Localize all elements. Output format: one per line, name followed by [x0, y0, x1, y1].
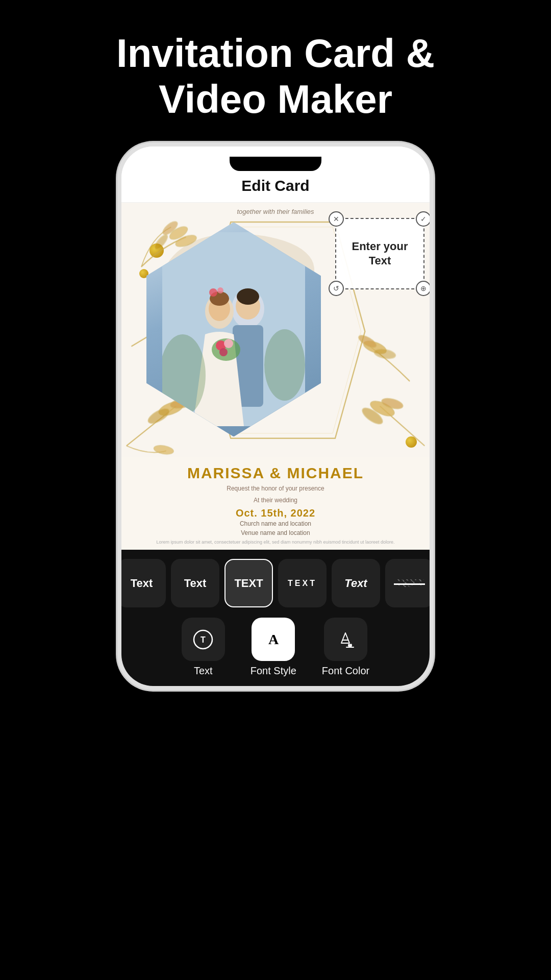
gold-dot-3	[406, 436, 417, 448]
svg-point-13	[373, 348, 396, 360]
svg-point-15	[381, 397, 404, 411]
card-location1: Church name and location	[132, 519, 419, 528]
wedding-text: At their wedding	[132, 496, 419, 505]
font-color-action[interactable]: Font Color	[322, 618, 369, 677]
svg-point-14	[368, 398, 396, 419]
overlay-icon-tr[interactable]: ✓	[416, 211, 430, 227]
svg-point-31	[224, 339, 233, 348]
text-action-label: Text	[194, 665, 213, 677]
photo-frame	[137, 222, 331, 436]
text-style-btn-2[interactable]: Text	[171, 559, 219, 607]
font-style-action-label: Font Style	[251, 665, 296, 677]
bottom-actions-row: T Text A Font Style	[121, 615, 430, 682]
font-color-action-btn[interactable]	[324, 618, 367, 661]
card-top-text: together with their families	[121, 208, 430, 215]
card-location2: Venue name and location	[132, 528, 419, 537]
card-date: Oct. 15th, 2022	[132, 507, 419, 519]
text-style-btn-3[interactable]: TEXT	[224, 559, 273, 607]
text-action-btn[interactable]: T	[182, 618, 225, 661]
text-style-label-1: Text	[131, 577, 153, 590]
font-color-icon	[335, 629, 357, 650]
text-style-btn-5[interactable]: Text	[332, 559, 380, 607]
text-style-label-5: Text	[344, 577, 367, 590]
font-color-action-label: Font Color	[322, 665, 369, 677]
bottom-toolbar: Text Text TEXT TEXT Text TEXT	[121, 550, 430, 686]
overlay-icon-bl[interactable]: ↺	[329, 281, 344, 296]
svg-text:T: T	[201, 635, 206, 644]
phone-header: Edit Card	[121, 146, 430, 203]
text-style-label-6: TEXT	[395, 577, 423, 590]
couple-illustration	[162, 232, 305, 426]
text-style-btn-6[interactable]: TEXT	[385, 559, 434, 607]
phone-notch	[230, 157, 321, 171]
svg-point-23	[237, 288, 259, 305]
svg-point-32	[219, 348, 228, 356]
screen-title: Edit Card	[137, 177, 414, 194]
font-style-icon: A	[263, 629, 284, 650]
svg-text:A: A	[268, 631, 279, 647]
text-style-btn-4[interactable]: TEXT	[278, 559, 327, 607]
card-lorem: Lorem ipsum dolor sit amet, consectetuer…	[132, 540, 419, 545]
text-overlay-box[interactable]: ✕ ✓ ↺ ⊕ Enter your Text	[335, 218, 424, 289]
text-style-label-2: Text	[184, 577, 207, 590]
text-style-btn-1[interactable]: Text	[117, 559, 166, 607]
request-text: Request the honor of your presence	[132, 484, 419, 494]
svg-point-10	[153, 444, 174, 455]
svg-point-28	[217, 287, 223, 293]
text-overlay-content: Enter your Text	[352, 239, 408, 268]
text-style-label-4: TEXT	[288, 579, 317, 588]
overlay-icon-br[interactable]: ⊕	[416, 281, 430, 296]
couple-names: MARISSA & MICHAEL	[132, 464, 419, 482]
svg-point-12	[357, 333, 378, 350]
svg-point-27	[209, 288, 217, 297]
text-action[interactable]: T Text	[182, 618, 225, 677]
svg-point-16	[360, 405, 385, 427]
card-canvas[interactable]: together with their families	[121, 203, 430, 550]
phone-frame: Edit Card together with their families	[117, 142, 434, 690]
svg-point-34	[264, 329, 305, 401]
text-icon: T	[192, 629, 214, 650]
text-style-label-3: TEXT	[234, 577, 263, 590]
app-title: Invitation Card &Video Maker	[0, 0, 551, 142]
font-style-action[interactable]: A Font Style	[251, 618, 296, 677]
text-style-row: Text Text TEXT TEXT Text TEXT	[121, 559, 430, 615]
svg-point-11	[362, 339, 388, 356]
overlay-icon-tl[interactable]: ✕	[329, 211, 344, 227]
font-style-action-btn[interactable]: A	[252, 618, 295, 661]
card-text-section: MARISSA & MICHAEL Request the honor of y…	[121, 457, 430, 550]
